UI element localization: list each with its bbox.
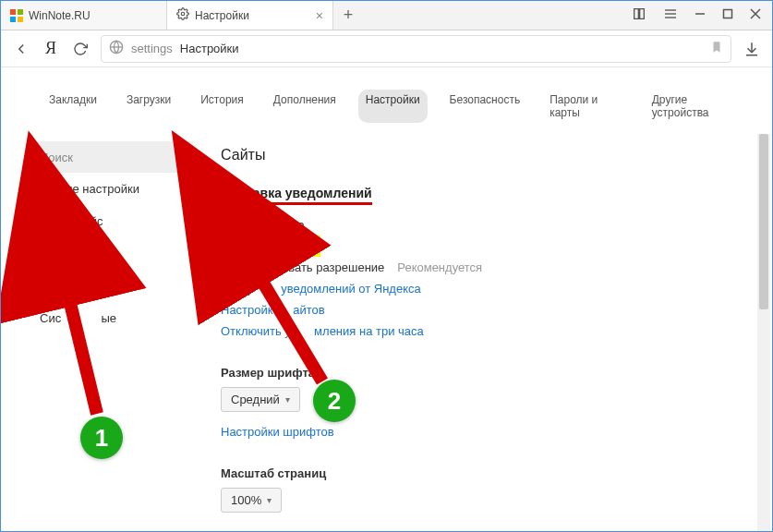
new-tab-button[interactable]: + bbox=[333, 1, 363, 30]
panel-heading: Сайты bbox=[221, 147, 744, 163]
scrollbar-thumb[interactable] bbox=[759, 134, 768, 309]
tab-title: WinNote.RU bbox=[29, 9, 91, 22]
sidebar-item-general[interactable]: Общие настройки bbox=[29, 173, 193, 205]
close-tab-icon[interactable]: × bbox=[316, 8, 323, 23]
maximize-icon[interactable] bbox=[722, 8, 733, 22]
bookmark-icon[interactable] bbox=[710, 41, 723, 56]
settings-panel: Сайты Отправка уведомлений Разрешена Зап… bbox=[211, 141, 754, 532]
topnav-downloads[interactable]: Загрузки bbox=[119, 90, 178, 123]
topnav-bookmarks[interactable]: Закладки bbox=[42, 90, 104, 123]
chevron-down-icon: ▾ bbox=[267, 495, 272, 505]
close-window-icon[interactable] bbox=[750, 8, 761, 22]
settings-topnav: Закладки Загрузки История Дополнения Нас… bbox=[1, 67, 772, 136]
window-controls bbox=[621, 1, 772, 30]
titlebar: WinNote.RU Настройки × + bbox=[1, 1, 772, 30]
svg-rect-1 bbox=[18, 9, 23, 15]
radio-label: Запрещена bbox=[249, 239, 313, 253]
back-button[interactable] bbox=[12, 40, 30, 58]
annotation-badge-1: 1 bbox=[80, 417, 123, 459]
zoom-select[interactable]: 100% ▾ bbox=[221, 488, 282, 513]
gear-icon bbox=[176, 7, 189, 23]
tab-settings[interactable]: Настройки × bbox=[167, 1, 333, 30]
svg-rect-3 bbox=[18, 17, 23, 22]
select-value: Средний bbox=[231, 393, 280, 406]
zoom-label: Масштаб страниц bbox=[221, 466, 744, 480]
font-size-label: Размер шрифта bbox=[221, 366, 744, 380]
select-value: 100% bbox=[231, 493, 261, 507]
sidebar-search[interactable]: Поиск bbox=[29, 141, 193, 173]
menu-icon[interactable] bbox=[663, 6, 678, 24]
topnav-settings[interactable]: Настройки bbox=[358, 90, 428, 123]
globe-icon bbox=[109, 40, 124, 57]
reload-button[interactable] bbox=[71, 40, 90, 58]
font-size-select[interactable]: Средний ▾ bbox=[221, 387, 300, 412]
vertical-scrollbar[interactable] bbox=[757, 134, 770, 532]
sidebar-search-placeholder: Поиск bbox=[40, 151, 73, 164]
svg-rect-9 bbox=[724, 10, 732, 18]
radio-allowed[interactable]: Разрешена bbox=[221, 214, 744, 236]
link-font-settings[interactable]: Настройки шрифтов bbox=[221, 421, 744, 442]
topnav-passwords[interactable]: Пароли и карты bbox=[542, 90, 630, 123]
downloads-button[interactable] bbox=[743, 40, 761, 58]
address-prefix: settings bbox=[131, 42, 173, 55]
sidebar-item-system[interactable]: Сис ые bbox=[29, 302, 193, 334]
content-area: Закладки Загрузки История Дополнения Нас… bbox=[1, 67, 772, 532]
sidebar-item-sites[interactable]: Сайты bbox=[30, 273, 85, 298]
link-yandex-notifications[interactable]: Настр уведомлений от Яндекса bbox=[221, 278, 744, 299]
notifications-title: Отправка уведомлений bbox=[221, 186, 372, 205]
radio-icon bbox=[221, 218, 235, 232]
radio-ask[interactable]: ашивать разрешение Рекомендуется bbox=[221, 257, 744, 278]
minimize-icon[interactable] bbox=[694, 8, 706, 22]
radio-hint: Рекомендуется bbox=[397, 260, 482, 274]
link-site-settings[interactable]: Настройк айтов bbox=[221, 299, 744, 320]
radio-label: Разрешена bbox=[242, 218, 305, 232]
topnav-devices[interactable]: Другие устройства bbox=[645, 90, 744, 123]
site-icon bbox=[10, 9, 23, 22]
yandex-home-button[interactable]: Я bbox=[42, 40, 60, 58]
annotation-badge-2: 2 bbox=[313, 380, 356, 422]
radio-denied[interactable]: Запрещена bbox=[221, 236, 320, 257]
reader-mode-icon[interactable] bbox=[632, 6, 646, 24]
address-bar[interactable]: settings Настройки bbox=[101, 35, 731, 63]
topnav-history[interactable]: История bbox=[193, 90, 251, 123]
radio-icon bbox=[228, 239, 242, 253]
sidebar-item-interface[interactable]: Интерфейс bbox=[29, 205, 193, 237]
toolbar: Я settings Настройки bbox=[1, 30, 772, 67]
tab-title: Настройки bbox=[195, 9, 249, 22]
settings-sidebar: Поиск Общие настройки Интерфейс Инструме… bbox=[29, 141, 193, 532]
tab-winnote[interactable]: WinNote.RU bbox=[1, 1, 167, 30]
chevron-down-icon: ▾ bbox=[285, 394, 290, 405]
address-title: Настройки bbox=[180, 42, 239, 55]
topnav-addons[interactable]: Дополнения bbox=[266, 90, 344, 123]
radio-icon bbox=[221, 260, 235, 274]
svg-point-4 bbox=[181, 12, 185, 16]
link-disable-3h[interactable]: Отключить у мления на три часа bbox=[221, 320, 744, 342]
svg-rect-0 bbox=[10, 9, 16, 15]
sidebar-item-tools[interactable]: Инструменты bbox=[29, 237, 193, 270]
topnav-security[interactable]: Безопасность bbox=[442, 90, 528, 123]
radio-label: ашивать разрешение bbox=[242, 260, 384, 274]
svg-rect-2 bbox=[10, 17, 16, 22]
